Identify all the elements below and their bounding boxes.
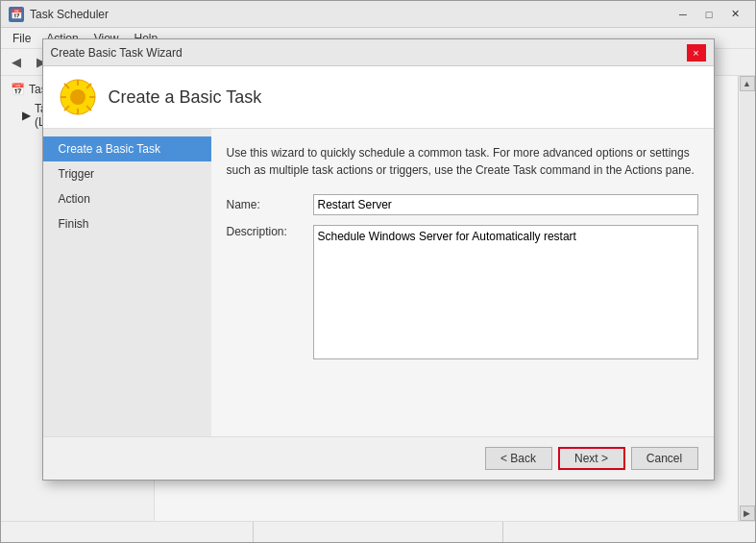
step-create[interactable]: Create a Basic Task: [43, 136, 211, 161]
back-button[interactable]: < Back: [485, 447, 552, 470]
name-input[interactable]: [313, 194, 698, 215]
cancel-button[interactable]: Cancel: [631, 447, 698, 470]
dialog-footer: < Back Next > Cancel: [43, 436, 714, 480]
dialog-overlay: Create Basic Task Wizard ×: [0, 0, 756, 543]
description-label: Description:: [227, 225, 313, 238]
step-description: Use this wizard to quickly schedule a co…: [227, 144, 698, 179]
dialog-header: Create a Basic Task: [43, 66, 714, 129]
create-task-dialog: Create Basic Task Wizard ×: [42, 38, 715, 481]
step-content: Use this wizard to quickly schedule a co…: [211, 129, 714, 436]
dialog-header-title: Create a Basic Task: [109, 87, 262, 108]
dialog-title: Create Basic Task Wizard: [51, 46, 183, 60]
name-label: Name:: [227, 198, 313, 211]
steps-nav: Create a Basic Task Trigger Action Finis…: [43, 129, 211, 436]
next-button[interactable]: Next >: [558, 447, 625, 470]
dialog-close-button[interactable]: ×: [687, 44, 706, 62]
svg-point-1: [70, 89, 85, 105]
description-row: Description: Schedule Windows Server for…: [227, 225, 698, 359]
dialog-header-icon: [59, 78, 97, 116]
description-textarea[interactable]: Schedule Windows Server for Automaticall…: [313, 225, 698, 359]
dialog-body: Create a Basic Task Trigger Action Finis…: [43, 129, 714, 436]
step-finish[interactable]: Finish: [43, 211, 211, 236]
step-trigger[interactable]: Trigger: [43, 161, 211, 186]
dialog-titlebar: Create Basic Task Wizard ×: [43, 39, 714, 66]
step-action[interactable]: Action: [43, 186, 211, 211]
name-row: Name:: [227, 194, 698, 215]
